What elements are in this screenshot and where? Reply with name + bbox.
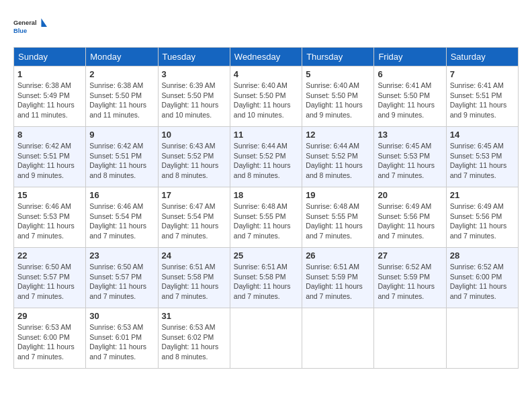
calendar-day-cell: 22 Sunrise: 6:50 AMSunset: 5:57 PMDaylig… xyxy=(14,248,86,308)
day-detail: Sunrise: 6:52 AMSunset: 6:00 PMDaylight:… xyxy=(450,263,507,300)
calendar-day-cell: 3 Sunrise: 6:39 AMSunset: 5:50 PMDayligh… xyxy=(158,66,230,127)
day-number: 17 xyxy=(162,190,226,200)
day-detail: Sunrise: 6:46 AMSunset: 5:53 PMDaylight:… xyxy=(17,202,75,240)
weekday-header-cell: Wednesday xyxy=(230,48,302,66)
calendar-week-row: 8 Sunrise: 6:42 AMSunset: 5:51 PMDayligh… xyxy=(14,127,519,187)
calendar-day-cell: 23 Sunrise: 6:50 AMSunset: 5:57 PMDaylig… xyxy=(86,248,158,308)
calendar-day-cell: 19 Sunrise: 6:48 AMSunset: 5:55 PMDaylig… xyxy=(302,187,374,248)
calendar-day-cell: 25 Sunrise: 6:51 AMSunset: 5:58 PMDaylig… xyxy=(230,248,302,308)
day-detail: Sunrise: 6:38 AMSunset: 5:50 PMDaylight:… xyxy=(89,81,146,119)
calendar-week-row: 15 Sunrise: 6:46 AMSunset: 5:53 PMDaylig… xyxy=(14,187,519,248)
day-number: 7 xyxy=(450,69,515,79)
day-number: 9 xyxy=(89,130,154,140)
day-detail: Sunrise: 6:51 AMSunset: 5:58 PMDaylight:… xyxy=(162,263,219,300)
day-detail: Sunrise: 6:42 AMSunset: 5:51 PMDaylight:… xyxy=(89,142,146,179)
day-detail: Sunrise: 6:49 AMSunset: 5:56 PMDaylight:… xyxy=(378,202,435,240)
calendar-day-cell: 20 Sunrise: 6:49 AMSunset: 5:56 PMDaylig… xyxy=(374,187,446,248)
calendar-day-cell: 7 Sunrise: 6:41 AMSunset: 5:51 PMDayligh… xyxy=(446,66,518,127)
calendar-day-cell xyxy=(446,308,518,369)
day-number: 5 xyxy=(306,69,370,79)
day-detail: Sunrise: 6:43 AMSunset: 5:52 PMDaylight:… xyxy=(162,142,219,179)
day-number: 11 xyxy=(234,130,298,140)
calendar-day-cell: 14 Sunrise: 6:45 AMSunset: 5:53 PMDaylig… xyxy=(446,127,518,187)
day-number: 14 xyxy=(450,130,515,140)
calendar-day-cell: 13 Sunrise: 6:45 AMSunset: 5:53 PMDaylig… xyxy=(374,127,446,187)
day-detail: Sunrise: 6:45 AMSunset: 5:53 PMDaylight:… xyxy=(450,142,507,179)
day-number: 22 xyxy=(17,250,82,261)
day-detail: Sunrise: 6:47 AMSunset: 5:54 PMDaylight:… xyxy=(162,202,219,240)
day-number: 26 xyxy=(306,250,370,261)
day-number: 6 xyxy=(378,69,442,79)
page-header: General Blue xyxy=(13,13,519,40)
day-number: 25 xyxy=(234,250,298,261)
calendar-body: 1 Sunrise: 6:38 AMSunset: 5:49 PMDayligh… xyxy=(14,66,519,369)
calendar-day-cell: 5 Sunrise: 6:40 AMSunset: 5:50 PMDayligh… xyxy=(302,66,374,127)
day-detail: Sunrise: 6:50 AMSunset: 5:57 PMDaylight:… xyxy=(89,263,146,300)
day-number: 28 xyxy=(450,250,515,261)
day-number: 3 xyxy=(162,69,226,79)
day-number: 8 xyxy=(17,130,82,140)
day-detail: Sunrise: 6:45 AMSunset: 5:53 PMDaylight:… xyxy=(378,142,435,179)
day-detail: Sunrise: 6:51 AMSunset: 5:59 PMDaylight:… xyxy=(306,263,363,300)
day-detail: Sunrise: 6:41 AMSunset: 5:51 PMDaylight:… xyxy=(450,81,507,119)
day-detail: Sunrise: 6:44 AMSunset: 5:52 PMDaylight:… xyxy=(306,142,363,179)
day-number: 18 xyxy=(234,190,298,200)
calendar-day-cell: 15 Sunrise: 6:46 AMSunset: 5:53 PMDaylig… xyxy=(14,187,86,248)
day-detail: Sunrise: 6:46 AMSunset: 5:54 PMDaylight:… xyxy=(89,202,146,240)
calendar-day-cell: 10 Sunrise: 6:43 AMSunset: 5:52 PMDaylig… xyxy=(158,127,230,187)
day-detail: Sunrise: 6:49 AMSunset: 5:56 PMDaylight:… xyxy=(450,202,507,240)
svg-text:Blue: Blue xyxy=(13,28,27,34)
calendar-day-cell: 12 Sunrise: 6:44 AMSunset: 5:52 PMDaylig… xyxy=(302,127,374,187)
calendar-day-cell: 2 Sunrise: 6:38 AMSunset: 5:50 PMDayligh… xyxy=(86,66,158,127)
day-detail: Sunrise: 6:48 AMSunset: 5:55 PMDaylight:… xyxy=(234,202,291,240)
calendar-day-cell: 16 Sunrise: 6:46 AMSunset: 5:54 PMDaylig… xyxy=(86,187,158,248)
weekday-header-cell: Thursday xyxy=(302,48,374,66)
weekday-header-cell: Saturday xyxy=(446,48,518,66)
calendar-day-cell: 18 Sunrise: 6:48 AMSunset: 5:55 PMDaylig… xyxy=(230,187,302,248)
calendar-day-cell xyxy=(374,308,446,369)
weekday-header-cell: Friday xyxy=(374,48,446,66)
svg-marker-2 xyxy=(41,18,47,27)
day-detail: Sunrise: 6:41 AMSunset: 5:50 PMDaylight:… xyxy=(378,81,435,119)
day-number: 16 xyxy=(89,190,154,200)
day-detail: Sunrise: 6:48 AMSunset: 5:55 PMDaylight:… xyxy=(306,202,363,240)
calendar-day-cell: 6 Sunrise: 6:41 AMSunset: 5:50 PMDayligh… xyxy=(374,66,446,127)
calendar-day-cell: 1 Sunrise: 6:38 AMSunset: 5:49 PMDayligh… xyxy=(14,66,86,127)
calendar-day-cell: 4 Sunrise: 6:40 AMSunset: 5:50 PMDayligh… xyxy=(230,66,302,127)
weekday-header-cell: Tuesday xyxy=(158,48,230,66)
logo-svg: General Blue xyxy=(13,13,47,40)
calendar-day-cell: 28 Sunrise: 6:52 AMSunset: 6:00 PMDaylig… xyxy=(446,248,518,308)
calendar-day-cell xyxy=(302,308,374,369)
calendar-day-cell xyxy=(230,308,302,369)
calendar-day-cell: 26 Sunrise: 6:51 AMSunset: 5:59 PMDaylig… xyxy=(302,248,374,308)
day-detail: Sunrise: 6:40 AMSunset: 5:50 PMDaylight:… xyxy=(234,81,291,119)
calendar-day-cell: 11 Sunrise: 6:44 AMSunset: 5:52 PMDaylig… xyxy=(230,127,302,187)
calendar-week-row: 22 Sunrise: 6:50 AMSunset: 5:57 PMDaylig… xyxy=(14,248,519,308)
day-detail: Sunrise: 6:50 AMSunset: 5:57 PMDaylight:… xyxy=(17,263,75,300)
day-detail: Sunrise: 6:42 AMSunset: 5:51 PMDaylight:… xyxy=(17,142,75,179)
day-detail: Sunrise: 6:38 AMSunset: 5:49 PMDaylight:… xyxy=(17,81,75,119)
day-detail: Sunrise: 6:44 AMSunset: 5:52 PMDaylight:… xyxy=(234,142,291,179)
day-detail: Sunrise: 6:51 AMSunset: 5:58 PMDaylight:… xyxy=(234,263,291,300)
day-number: 20 xyxy=(378,190,442,200)
day-detail: Sunrise: 6:53 AMSunset: 6:00 PMDaylight:… xyxy=(17,323,75,361)
day-number: 10 xyxy=(162,130,226,140)
logo: General Blue xyxy=(13,13,47,40)
day-number: 24 xyxy=(162,250,226,261)
day-number: 2 xyxy=(89,69,154,79)
day-number: 13 xyxy=(378,130,442,140)
day-number: 21 xyxy=(450,190,515,200)
day-number: 29 xyxy=(17,311,82,321)
calendar-week-row: 29 Sunrise: 6:53 AMSunset: 6:00 PMDaylig… xyxy=(14,308,519,369)
day-detail: Sunrise: 6:53 AMSunset: 6:02 PMDaylight:… xyxy=(162,323,219,361)
day-number: 30 xyxy=(89,311,154,321)
calendar-week-row: 1 Sunrise: 6:38 AMSunset: 5:49 PMDayligh… xyxy=(14,66,519,127)
day-number: 19 xyxy=(306,190,370,200)
weekday-header-row: SundayMondayTuesdayWednesdayThursdayFrid… xyxy=(14,48,519,66)
day-detail: Sunrise: 6:52 AMSunset: 5:59 PMDaylight:… xyxy=(378,263,435,300)
weekday-header-cell: Sunday xyxy=(14,48,86,66)
calendar-day-cell: 30 Sunrise: 6:53 AMSunset: 6:01 PMDaylig… xyxy=(86,308,158,369)
day-number: 1 xyxy=(17,69,82,79)
day-number: 31 xyxy=(162,311,226,321)
calendar-day-cell: 8 Sunrise: 6:42 AMSunset: 5:51 PMDayligh… xyxy=(14,127,86,187)
